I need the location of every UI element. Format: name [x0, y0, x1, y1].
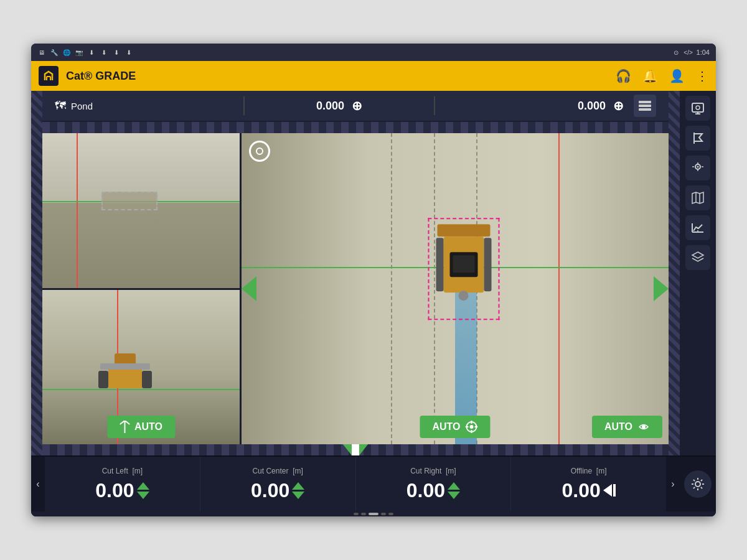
bottom-settings [680, 457, 716, 511]
cut-right-up-arrow[interactable] [448, 482, 460, 490]
pond-label: Pond [71, 101, 93, 111]
cut-right-row: 0.00 [406, 479, 460, 502]
cut-left-down-arrow[interactable] [137, 492, 149, 499]
network-icon: 🌐 [62, 48, 71, 57]
bell-icon[interactable]: 🔔 [642, 68, 658, 83]
auto-btn-left[interactable]: AUTO [107, 416, 175, 438]
clock: 1:04 [697, 49, 710, 56]
bottom-nav-right[interactable]: › [666, 457, 680, 511]
top-info-bar: 🗺 Pond 0.000 ⊕ 0.000 ⊕ [42, 91, 669, 122]
pond-icon: 🗺 [55, 100, 66, 113]
location-panel-icon[interactable] [685, 156, 710, 180]
layers-button[interactable] [634, 95, 656, 117]
headset-icon[interactable]: 🎧 [616, 68, 631, 83]
settings-gear-button[interactable] [684, 470, 712, 498]
compass-icon[interactable] [249, 141, 270, 162]
offline-arrows[interactable] [603, 484, 616, 497]
cut-center-value: 0.00 [251, 479, 289, 502]
cut-left-label: Cut Left [m] [102, 467, 143, 475]
dot-2[interactable] [361, 513, 366, 515]
cut-right-cell: Cut Right [m] 0.00 [356, 457, 512, 511]
wifi-icon: ⊙ [672, 48, 680, 57]
svg-point-24 [642, 425, 646, 429]
svg-rect-6 [98, 371, 108, 388]
cat-logo [39, 66, 59, 86]
grade-panel-icon[interactable] [685, 215, 710, 240]
cut-center-cell: Cut Center [m] 0.00 [200, 457, 356, 511]
svg-rect-7 [142, 371, 152, 388]
red-boundary-line [558, 133, 560, 444]
side-view-ground-fill [42, 203, 240, 288]
auto-btn-right-label: AUTO [604, 421, 632, 432]
right-reading: 0.000 ⊕ [435, 98, 624, 113]
left-sidebar [31, 91, 42, 455]
status-bar-left: 🖥 🔧 🌐 📷 ⬇ ⬇ ⬇ ⬇ [37, 48, 133, 57]
monitor-icon: 🖥 [37, 48, 46, 57]
right-value: 0.000 [578, 100, 606, 113]
front-view-bulldozer [97, 346, 153, 392]
cut-center-down-arrow[interactable] [292, 492, 304, 499]
cut-left-cell: Cut Left [m] 0.00 [45, 457, 200, 511]
dot-4[interactable] [381, 513, 386, 515]
offline-left-arrow[interactable] [603, 484, 612, 497]
svg-rect-25 [692, 103, 703, 112]
svg-rect-10 [100, 363, 150, 370]
offline-value: 0.00 [561, 479, 600, 502]
camera-icon: 📷 [75, 48, 83, 57]
cut-center-arrows[interactable] [292, 482, 304, 499]
side-view-cut-box [101, 192, 157, 210]
layers-panel-icon[interactable] [685, 245, 710, 270]
status-bar: 🖥 🔧 🌐 📷 ⬇ ⬇ ⬇ ⬇ ⊙ </> 1:04 [31, 44, 716, 61]
dot-3-active[interactable] [369, 513, 378, 515]
cut-right-down-arrow[interactable] [448, 492, 460, 499]
dot-5[interactable] [388, 513, 393, 515]
person-icon[interactable]: 👤 [669, 68, 685, 83]
dl1-icon: ⬇ [87, 48, 96, 57]
bottom-nav-left[interactable]: ‹ [31, 457, 45, 511]
right-panel [680, 91, 716, 455]
cut-center-row: 0.00 [251, 479, 304, 502]
pond-info: 🗺 Pond [55, 100, 243, 113]
map-panel-icon[interactable] [685, 185, 710, 210]
flag-panel-icon[interactable] [685, 126, 710, 151]
cut-center-label: Cut Center [m] [252, 467, 303, 475]
svg-rect-3 [639, 101, 651, 103]
auto-btn-right[interactable]: AUTO [592, 416, 662, 438]
auto-btn-center-label: AUTO [432, 421, 460, 432]
settings-panel-icon[interactable] [685, 96, 710, 121]
svg-point-30 [697, 166, 699, 168]
title-bar-actions: 🎧 🔔 👤 ⋮ [616, 68, 708, 83]
svg-rect-5 [639, 108, 651, 111]
offline-row: 0.00 [561, 479, 615, 502]
dot-1[interactable] [354, 513, 359, 515]
more-icon[interactable]: ⋮ [696, 68, 708, 83]
offline-divider [613, 484, 616, 497]
offline-label: Offline [m] [571, 467, 607, 475]
crosshair-icon: ⊕ [352, 98, 362, 113]
app-title: Cat® GRADE [66, 70, 616, 83]
dl3-icon: ⬇ [112, 48, 121, 57]
viewport-inner: AUTO [42, 133, 669, 444]
compass-inner [256, 147, 263, 155]
content-area: 🗺 Pond 0.000 ⊕ 0.000 ⊕ [42, 91, 669, 455]
center-value: 0.000 [316, 100, 344, 113]
cut-left-arrows[interactable] [137, 482, 149, 499]
cut-center-up-arrow[interactable] [292, 482, 304, 490]
cut-left-value: 0.00 [95, 479, 134, 502]
side-view [42, 133, 240, 290]
front-view: AUTO [42, 290, 240, 445]
cut-right-arrows[interactable] [448, 482, 460, 499]
auto-btn-center[interactable]: AUTO [420, 416, 490, 438]
pagination-dots [31, 511, 716, 516]
auto-btn-left-label: AUTO [134, 421, 162, 432]
viewport-border-top [42, 122, 669, 133]
cut-left-up-arrow[interactable] [137, 482, 149, 490]
data-cells: Cut Left [m] 0.00 Cut Center [m] 0.00 [45, 457, 666, 511]
svg-point-36 [695, 482, 700, 487]
dl2-icon: ⬇ [100, 48, 108, 57]
cut-right-value: 0.00 [406, 479, 445, 502]
center-reading: 0.000 ⊕ [245, 98, 433, 113]
bulldozer-selection-box [428, 218, 499, 320]
viewport-wrapper: AUTO [42, 122, 669, 455]
lane-line-1 [391, 133, 392, 444]
